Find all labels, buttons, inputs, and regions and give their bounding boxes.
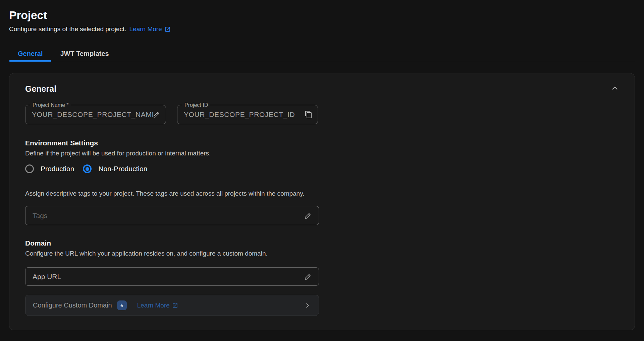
edit-icon[interactable]	[304, 273, 312, 281]
custom-domain-learn-more-link[interactable]: Learn More	[137, 302, 178, 309]
tags-placeholder: Tags	[33, 212, 304, 220]
card-title: General	[25, 84, 619, 94]
tab-bar: General JWT Templates	[9, 46, 635, 61]
external-link-icon	[172, 302, 178, 309]
project-id-label: Project ID	[182, 102, 210, 108]
project-id-value: YOUR_DESCOPE_PROJECT_ID	[184, 111, 305, 119]
star-icon: ★	[119, 302, 124, 309]
environment-settings-description: Define if the project will be used for p…	[25, 150, 619, 157]
radio-non-production-label: Non-Production	[98, 165, 147, 173]
radio-selected-icon	[83, 164, 92, 173]
tab-general[interactable]: General	[9, 46, 51, 61]
radio-unselected-icon	[25, 164, 34, 173]
radio-production[interactable]: Production	[25, 164, 74, 173]
edit-icon[interactable]	[304, 212, 312, 220]
custom-domain-learn-more-label: Learn More	[137, 302, 170, 309]
learn-more-link[interactable]: Learn More	[129, 25, 171, 33]
copy-icon[interactable]	[305, 111, 313, 119]
tags-description: Assign descriptive tags to your project.…	[25, 190, 619, 197]
chevron-right-icon	[304, 302, 311, 309]
configure-custom-domain-button[interactable]: Configure Custom Domain ★ Learn More	[25, 295, 319, 316]
page-subtitle-row: Configure settings of the selected proje…	[9, 25, 635, 33]
project-id-field: Project ID YOUR_DESCOPE_PROJECT_ID	[177, 105, 318, 124]
project-name-field[interactable]: Project Name * YOUR_DESCOPE_PROJECT_NAME	[25, 105, 166, 124]
collapse-section-button[interactable]	[610, 83, 620, 93]
radio-production-label: Production	[41, 165, 74, 173]
premium-star-badge: ★	[117, 300, 127, 310]
learn-more-label: Learn More	[129, 25, 162, 33]
app-url-input[interactable]: App URL	[25, 267, 319, 286]
environment-settings-heading: Environment Settings	[25, 139, 619, 147]
radio-non-production[interactable]: Non-Production	[83, 164, 147, 173]
environment-radio-group: Production Non-Production	[25, 164, 619, 173]
general-settings-card: General Project Name * YOUR_DESCOPE_PROJ…	[9, 73, 635, 330]
project-name-value: YOUR_DESCOPE_PROJECT_NAME	[32, 111, 153, 119]
external-link-icon	[164, 26, 171, 32]
project-fields-row: Project Name * YOUR_DESCOPE_PROJECT_NAME…	[25, 105, 619, 124]
domain-heading: Domain	[25, 239, 619, 247]
chevron-up-icon	[610, 84, 619, 92]
project-name-label: Project Name *	[30, 102, 71, 108]
tab-jwt-templates[interactable]: JWT Templates	[51, 46, 117, 61]
page-title: Project	[9, 9, 635, 22]
domain-description: Configure the URL which your application…	[25, 250, 619, 257]
tags-input[interactable]: Tags	[25, 206, 319, 225]
edit-icon[interactable]	[153, 111, 161, 119]
project-settings-page: Project Configure settings of the select…	[0, 0, 644, 330]
app-url-placeholder: App URL	[33, 273, 304, 281]
custom-domain-label: Configure Custom Domain	[33, 301, 112, 309]
page-subtitle: Configure settings of the selected proje…	[9, 25, 126, 33]
